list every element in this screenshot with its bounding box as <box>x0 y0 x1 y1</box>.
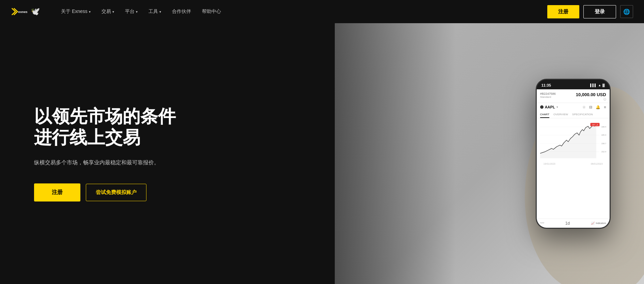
indicator-chart-icon: 📈 <box>591 222 595 225</box>
nav-right-actions: 注册 登录 🌐 <box>547 5 633 18</box>
nav-platform[interactable]: 平台 ▾ <box>120 6 142 17</box>
phone-indicators-button[interactable]: 📈 Indicators <box>591 222 606 225</box>
svg-marker-5 <box>540 124 596 158</box>
bell-icon: 🔔 <box>596 105 600 109</box>
nav-help[interactable]: 帮助中心 <box>197 6 226 17</box>
nav-partners[interactable]: 合作伙伴 <box>167 6 196 17</box>
asset-dot-icon <box>540 105 544 109</box>
chart-type-icon[interactable]: 〰 <box>540 221 544 226</box>
phone-balance: 10,000.00 USD <box>576 92 606 97</box>
phone-device: 11:35 ▌▌▌ ▲ ▓ #B2247586 Standard <box>536 79 611 229</box>
phone-bottom-bar: 〰 1d 📈 Indicators <box>537 219 610 228</box>
battery-icon: ▓ <box>602 84 605 87</box>
phone-time: 11:35 <box>541 83 551 87</box>
phone-chart-svg: 167.85 168.48 165.48 158.70 152.46 <box>540 120 606 161</box>
phone-tab-overview[interactable]: OVERVIEW <box>553 111 568 118</box>
phone-tab-specification[interactable]: SPECIFICATION <box>572 111 593 118</box>
navbar: exness 🕊️ 关于 Exness ▾ 交易 ▾ 平台 ▾ 工具 ▾ 合作伙… <box>0 0 644 23</box>
indicators-label: Indicators <box>596 222 606 224</box>
phone-account-id: #B2247586 <box>540 92 556 95</box>
chevron-down-icon: ▾ <box>136 10 138 14</box>
svg-text:158.70: 158.70 <box>601 142 606 144</box>
svg-text:152.46: 152.46 <box>601 150 606 152</box>
hero-register-button[interactable]: 注册 <box>34 183 80 201</box>
timeframe-icon[interactable]: 1d <box>565 221 570 226</box>
list-icon: ≡ <box>604 105 606 109</box>
phone-chart-area: 167.85 168.48 165.48 158.70 152.46 19/01… <box>537 118 610 219</box>
logo[interactable]: exness 🕊️ <box>11 7 40 16</box>
nav-login-button[interactable]: 登录 <box>583 5 616 18</box>
phone-date-start: 19/01/2023 <box>544 163 555 165</box>
svg-point-8 <box>595 123 597 125</box>
nav-about[interactable]: 关于 Exness ▾ <box>56 6 95 17</box>
chevron-down-icon: ▾ <box>112 10 114 14</box>
svg-text:165.48: 165.48 <box>601 134 606 136</box>
hero-demo-button[interactable]: 尝试免费模拟账户 <box>86 184 146 201</box>
phone-account-type: Standard <box>540 95 556 99</box>
phone-date-labels: 19/01/2023 06/01/2023 <box>540 162 606 166</box>
phone-chart-tabs: CHART OVERVIEW SPECIFICATION <box>537 111 610 118</box>
wifi-icon: ▲ <box>598 84 601 87</box>
phone-screen: #B2247586 Standard 10,000.00 USD ⓘ <box>537 89 610 228</box>
star-icon: ☆ <box>582 105 586 109</box>
hero-subtitle: 纵横交易多个市场，畅享业内最稳定和最可靠报价。 <box>34 158 163 167</box>
exness-logo-svg: exness <box>11 7 27 16</box>
phone-date-end: 06/01/2023 <box>591 163 603 165</box>
chevron-down-icon: ▾ <box>89 10 91 14</box>
chevron-down-icon: ▾ <box>159 10 161 14</box>
nav-register-button[interactable]: 注册 <box>547 5 579 18</box>
nav-trade[interactable]: 交易 ▾ <box>97 6 119 17</box>
nav-tools[interactable]: 工具 ▾ <box>144 6 166 17</box>
logo-bird-icon: 🕊️ <box>31 7 40 16</box>
svg-text:exness: exness <box>18 10 27 14</box>
signal-icon: ▌▌▌ <box>590 84 597 87</box>
phone-header: #B2247586 Standard 10,000.00 USD ⓘ <box>537 89 610 103</box>
phone-mockup: 11:35 ▌▌▌ ▲ ▓ #B2247586 Standard <box>536 79 611 229</box>
language-selector-button[interactable]: 🌐 <box>620 5 633 18</box>
phone-asset-name: AAPL <box>545 105 555 109</box>
globe-icon: 🌐 <box>623 9 630 15</box>
svg-text:168.48: 168.48 <box>601 126 606 128</box>
phone-asset-row: AAPL ▾ ☆ ⊟ 🔔 ≡ <box>537 103 610 111</box>
hero-section: 以领先市场的条件 进行线上交易 纵横交易多个市场，畅享业内最稳定和最可靠报价。 … <box>0 23 644 284</box>
phone-status-bar: 11:35 ▌▌▌ ▲ ▓ <box>537 80 610 89</box>
phone-tab-chart[interactable]: CHART <box>540 111 549 118</box>
nav-links: 关于 Exness ▾ 交易 ▾ 平台 ▾ 工具 ▾ 合作伙伴 帮助中心 <box>56 6 547 17</box>
hero-right-panel: 11:35 ▌▌▌ ▲ ▓ #B2247586 Standard <box>225 23 644 284</box>
asset-chevron-icon: ▾ <box>556 105 558 109</box>
phone-status-icons: ▌▌▌ ▲ ▓ <box>590 84 605 87</box>
briefcase-icon: ⊟ <box>589 105 592 109</box>
